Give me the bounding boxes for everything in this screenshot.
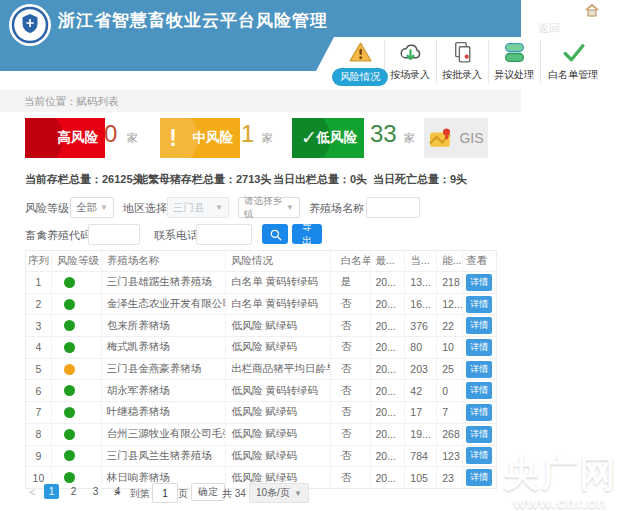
sow-stock-cell: 23: [437, 467, 463, 488]
high-risk-label: 高风险: [58, 129, 99, 147]
farm-name-cell: 金泽生态农业开发有限公司: [102, 294, 226, 315]
export-button[interactable]: 导出: [292, 224, 322, 244]
nav-item-whitelist-management[interactable]: 白名单管理: [542, 40, 604, 86]
mid-risk-unit: 家: [262, 131, 273, 146]
risk-dot-icon: [64, 277, 75, 288]
prev-page-button[interactable]: <: [29, 486, 35, 498]
nav-item-farm-entry[interactable]: 按场录入: [386, 40, 434, 86]
check-icon: [561, 40, 586, 65]
town-select[interactable]: 请选择乡镇▼: [238, 197, 300, 218]
detail-button[interactable]: 详情: [466, 361, 492, 378]
col-header-sow: 能...: [437, 251, 463, 271]
current-stock-cell: 13...: [405, 272, 437, 293]
nav-item-batch-entry[interactable]: 按批录入: [438, 40, 486, 86]
view-cell: 详情: [463, 402, 496, 423]
low-risk-label: 低风险: [317, 129, 358, 147]
risk-level-select[interactable]: 全部▼: [70, 197, 114, 218]
nav-item-dispute-handling[interactable]: 异议处理: [490, 40, 538, 86]
detail-button[interactable]: 详情: [466, 339, 492, 356]
current-stock-cell: 203: [405, 359, 437, 380]
risk-level-cell: [52, 337, 102, 358]
page-word-label: 页: [178, 487, 188, 501]
warning-triangle-icon: [348, 40, 373, 65]
page-size-select[interactable]: 10条/页▼: [249, 483, 309, 503]
detail-button[interactable]: 详情: [466, 447, 492, 464]
page-button-3[interactable]: 3: [88, 484, 103, 499]
page-button-1[interactable]: 1: [44, 484, 59, 499]
confirm-button[interactable]: 确定: [191, 483, 225, 501]
whitelist-cell: 否: [331, 380, 371, 401]
stat-daily-death: 当日死亡总量：9头: [373, 172, 467, 187]
detail-button[interactable]: 详情: [466, 274, 492, 291]
low-risk-count: 33: [370, 120, 397, 148]
current-stock-cell: 784: [405, 446, 437, 467]
risk-situation-cell: 白名单 黄码转绿码: [226, 294, 331, 315]
detail-button[interactable]: 详情: [466, 469, 492, 486]
detail-button[interactable]: 详情: [466, 426, 492, 443]
mid-risk-label: 中风险: [193, 129, 234, 147]
col-header-risk-situation: 风险情况: [226, 251, 331, 271]
view-cell: 详情: [463, 272, 496, 293]
county-select[interactable]: 三门县▼: [167, 197, 229, 218]
farm-name-cell: 胡永军养猪场: [102, 380, 226, 401]
phone-input[interactable]: [196, 224, 252, 245]
back-link[interactable]: 返回: [538, 21, 560, 36]
chat-stack-icon: [502, 40, 527, 65]
table-body: 1三门县雄踞生猪养殖场白名单 黄码转绿码是20...13...218详情2金泽生…: [26, 271, 496, 488]
risk-dot-icon: [64, 342, 75, 353]
latest-cell: 20...: [371, 337, 406, 358]
risk-level-cell: [52, 380, 102, 401]
detail-button[interactable]: 详情: [466, 317, 492, 334]
farm-code-input[interactable]: [88, 224, 140, 245]
col-header-whitelist: 白名单: [331, 251, 371, 271]
row-seq: 8: [26, 424, 52, 445]
whitelist-cell: 否: [331, 294, 371, 315]
risk-situation-cell: 低风险 赋绿码: [226, 402, 331, 423]
sow-stock-cell: 268: [437, 424, 463, 445]
nav-divider: [540, 40, 541, 84]
latest-cell: 20...: [371, 272, 406, 293]
row-seq: 5: [26, 359, 52, 380]
current-stock-cell: 105: [405, 467, 437, 488]
next-page-button[interactable]: >: [114, 486, 120, 498]
gis-button[interactable]: GIS: [424, 118, 488, 158]
high-risk-card[interactable]: 高风险: [25, 118, 105, 158]
mid-risk-card[interactable]: ! 中风险: [160, 118, 240, 158]
latest-cell: 20...: [371, 380, 406, 401]
farm-name-cell: 三门县雄踞生猪养殖场: [102, 272, 226, 293]
gis-label: GIS: [459, 130, 483, 146]
page-button-2[interactable]: 2: [66, 484, 81, 499]
latest-cell: 20...: [371, 402, 406, 423]
watermark-url: www.cnr.cn: [498, 494, 623, 511]
nav-item-risk-status[interactable]: 风险情况: [336, 40, 384, 86]
home-icon[interactable]: [585, 4, 599, 17]
sow-stock-cell: 10: [437, 337, 463, 358]
row-seq: 4: [26, 337, 52, 358]
search-button[interactable]: [262, 224, 288, 244]
current-stock-cell: 16...: [405, 294, 437, 315]
goto-page-input[interactable]: [152, 483, 178, 503]
whitelist-cell: 否: [331, 467, 371, 488]
nav-item-label: 白名单管理: [548, 68, 598, 82]
risk-dot-icon: [64, 407, 75, 418]
breadcrumb: 当前位置：赋码列表: [24, 90, 119, 112]
risk-situation-cell: 低风险 赋绿码: [226, 424, 331, 445]
table-row: 5三门县金燕豪养猪场出栏商品猪平均日龄与前90...否20...20325详情: [26, 358, 496, 380]
detail-button[interactable]: 详情: [466, 382, 492, 399]
farm-name-input[interactable]: [366, 197, 420, 218]
cloud-download-icon: [398, 40, 423, 65]
risk-dot-icon: [64, 320, 75, 331]
high-risk-unit: 家: [127, 131, 138, 146]
latest-cell: 20...: [371, 359, 406, 380]
detail-button[interactable]: 详情: [466, 404, 492, 421]
risk-situation-cell: 低风险 赋绿码: [226, 446, 331, 467]
view-cell: 详情: [463, 467, 496, 488]
detail-button[interactable]: 详情: [466, 296, 492, 313]
table-row: 2金泽生态农业开发有限公司白名单 黄码转绿码否20...16...12...详情: [26, 293, 496, 315]
risk-level-cell: [52, 359, 102, 380]
low-risk-card[interactable]: ✓ 低风险: [292, 118, 364, 158]
risk-situation-cell: 低风险 赋绿码: [226, 315, 331, 336]
row-seq: 9: [26, 446, 52, 467]
risk-level-cell: [52, 315, 102, 336]
row-seq: 3: [26, 315, 52, 336]
